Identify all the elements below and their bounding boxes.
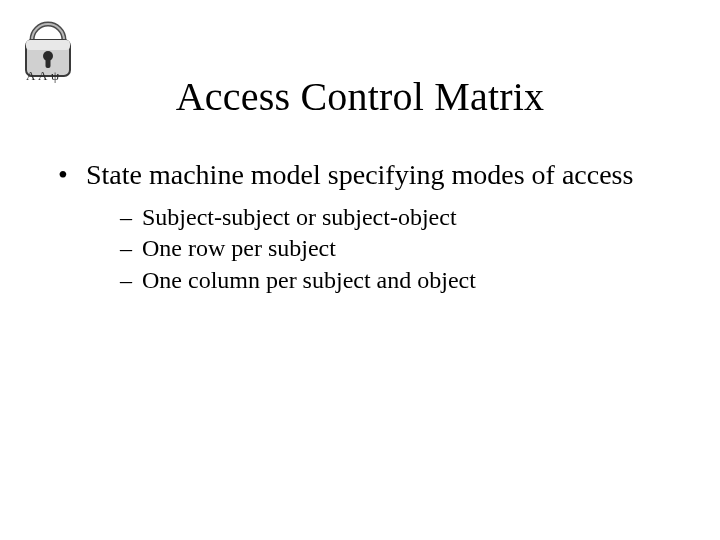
sub-bullet-list: Subject-subject or subject-object One ro…: [52, 202, 668, 297]
svg-rect-4: [46, 58, 51, 68]
svg-rect-2: [26, 40, 70, 50]
bullet-level1: State machine model specifying modes of …: [52, 158, 668, 192]
bullet-level2: One row per subject: [120, 233, 668, 265]
slide: A A ψ Access Control Matrix State machin…: [0, 0, 720, 540]
bullet-level2: One column per subject and object: [120, 265, 668, 297]
bullet-level2: Subject-subject or subject-object: [120, 202, 668, 234]
slide-title: Access Control Matrix: [0, 73, 720, 120]
slide-body: State machine model specifying modes of …: [52, 158, 668, 297]
